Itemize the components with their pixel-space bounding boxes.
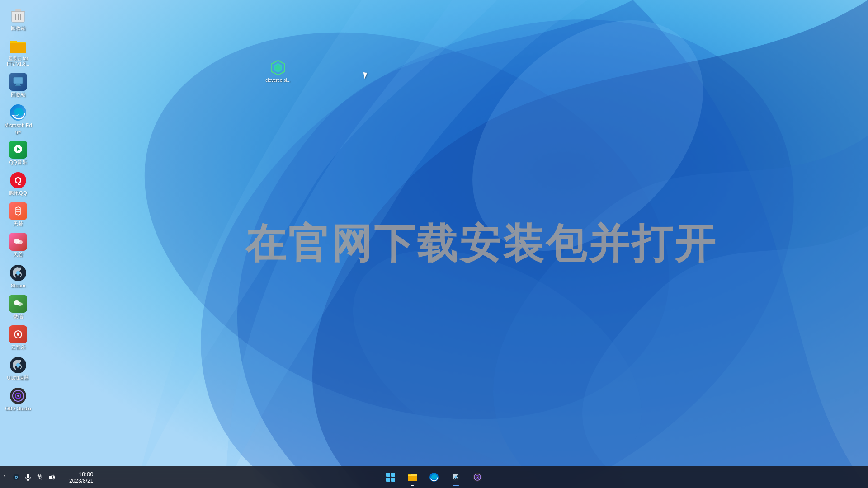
desktop-icons-panel: 回收站 坚果云 forFT2 V1.8... xyxy=(0,0,36,488)
svg-point-46 xyxy=(16,477,17,478)
tray-separator xyxy=(61,473,61,482)
cleverce-label: cleverce si... xyxy=(265,78,291,83)
svg-point-20 xyxy=(17,240,23,244)
desktop: 回收站 坚果云 forFT2 V1.8... xyxy=(0,0,868,488)
uu-booster-label: UU加速器 xyxy=(7,375,29,381)
edge-label: Microsoft Edge xyxy=(4,122,32,134)
desktop-icon-obs-studio[interactable]: OBS Studio xyxy=(2,385,34,413)
svg-marker-50 xyxy=(49,475,52,479)
cleverce-icon xyxy=(269,58,287,77)
svg-point-26 xyxy=(17,333,19,336)
svg-text:Q: Q xyxy=(14,175,22,185)
tray-chevron[interactable]: ^ xyxy=(0,473,9,482)
svg-rect-12 xyxy=(16,84,20,85)
taskbar-edge[interactable] xyxy=(424,467,444,487)
svg-point-24 xyxy=(17,302,23,306)
desktop-icon-recycle-bin[interactable]: 回收站 xyxy=(2,5,34,33)
microphone-icon xyxy=(24,474,32,481)
taskbar-obs-icon xyxy=(472,472,483,483)
taskbar-file-explorer[interactable] xyxy=(402,467,422,487)
qq-music-icon xyxy=(12,144,24,155)
cloud-music-label: 云音乐 xyxy=(11,344,26,350)
desktop-icon-edge[interactable]: Microsoft Edge xyxy=(2,102,34,136)
clock-date: 2023/8/21 xyxy=(69,478,93,484)
desktop-icon-wechat[interactable]: 微信 xyxy=(2,293,34,321)
baidu-netdisk-label: 坚果云 forFT2 V1.8... xyxy=(7,56,29,67)
taskbar-steam[interactable] xyxy=(446,467,466,487)
svg-point-43 xyxy=(477,477,478,478)
cloud-music-icon xyxy=(12,328,24,340)
clock-time: 18:00 xyxy=(79,471,94,478)
svg-point-28 xyxy=(16,363,20,367)
tencent-qq-label: 腾讯QQ xyxy=(9,190,27,196)
tencent-qq-icon: Q xyxy=(9,171,27,189)
language-text: 英 xyxy=(37,474,42,481)
tianruo-label: 天若 xyxy=(13,221,23,227)
svg-rect-7 xyxy=(11,11,25,12)
taskbar-steam-icon xyxy=(450,472,461,483)
svg-rect-13 xyxy=(15,85,21,86)
steam-app-icon xyxy=(9,264,27,282)
desktop-icon-tencent-qq[interactable]: Q 腾讯QQ xyxy=(2,169,34,198)
qq-music-label: QQ音乐 xyxy=(9,160,27,165)
recycle-bin-label: 回收站 xyxy=(11,25,26,31)
wechat-work-label: 天若 xyxy=(13,252,23,258)
svg-rect-47 xyxy=(27,474,29,478)
baidu-netdisk-icon xyxy=(9,38,27,54)
recycle-bin-icon xyxy=(9,7,27,24)
taskbar-center xyxy=(381,467,487,487)
system-clock[interactable]: 18:00 2023/8/21 xyxy=(69,471,93,484)
desktop-icon-cleverce[interactable]: cleverce si... xyxy=(262,59,294,83)
svg-point-39 xyxy=(455,476,457,479)
tray-volume[interactable] xyxy=(47,473,56,482)
svg-point-32 xyxy=(17,395,19,397)
desktop-icon-qq-music[interactable]: QQ音乐 xyxy=(2,139,34,167)
obs-studio-icon xyxy=(9,387,27,405)
desktop-icon-cloud-music[interactable]: 云音乐 xyxy=(2,324,34,352)
computer-label: 回收站 xyxy=(11,92,26,98)
taskbar: ^ 英 xyxy=(0,466,868,488)
desktop-icon-baidu-netdisk[interactable]: 坚果云 forFT2 V1.8... xyxy=(2,35,34,69)
obs-studio-label: OBS Studio xyxy=(5,406,31,412)
file-explorer-icon xyxy=(407,472,418,483)
uu-booster-icon xyxy=(9,356,27,374)
tray-steam-icon[interactable] xyxy=(12,473,21,482)
svg-point-22 xyxy=(16,271,20,275)
wechat-work-icon xyxy=(12,236,24,248)
computer-icon xyxy=(12,76,24,88)
desktop-icon-tianruo[interactable]: 天若 xyxy=(2,200,34,229)
steam-label: Steam xyxy=(11,283,25,289)
chevron-icon: ^ xyxy=(3,474,5,480)
steam-tray-icon xyxy=(13,474,20,481)
taskbar-obs[interactable] xyxy=(467,467,487,487)
tray-microphone[interactable] xyxy=(24,473,33,482)
tianruo-icon xyxy=(12,205,24,217)
wechat-icon xyxy=(12,298,24,310)
desktop-icon-steam[interactable]: Steam xyxy=(2,262,34,291)
start-button[interactable] xyxy=(381,467,401,487)
desktop-icon-computer[interactable]: 回收站 xyxy=(2,71,34,99)
volume-icon xyxy=(48,474,55,481)
edge-icon xyxy=(9,103,27,122)
wechat-label: 微信 xyxy=(13,314,23,319)
tray-language[interactable]: 英 xyxy=(35,473,44,482)
taskbar-tray: ^ 英 xyxy=(0,471,100,484)
taskbar-edge-icon xyxy=(429,472,439,483)
wallpaper xyxy=(0,0,868,488)
svg-rect-11 xyxy=(14,77,23,84)
desktop-icon-wechat-work[interactable]: 天若 xyxy=(2,231,34,259)
desktop-icon-uu-booster[interactable]: UU加速器 xyxy=(2,354,34,383)
windows-logo-icon xyxy=(386,473,395,482)
